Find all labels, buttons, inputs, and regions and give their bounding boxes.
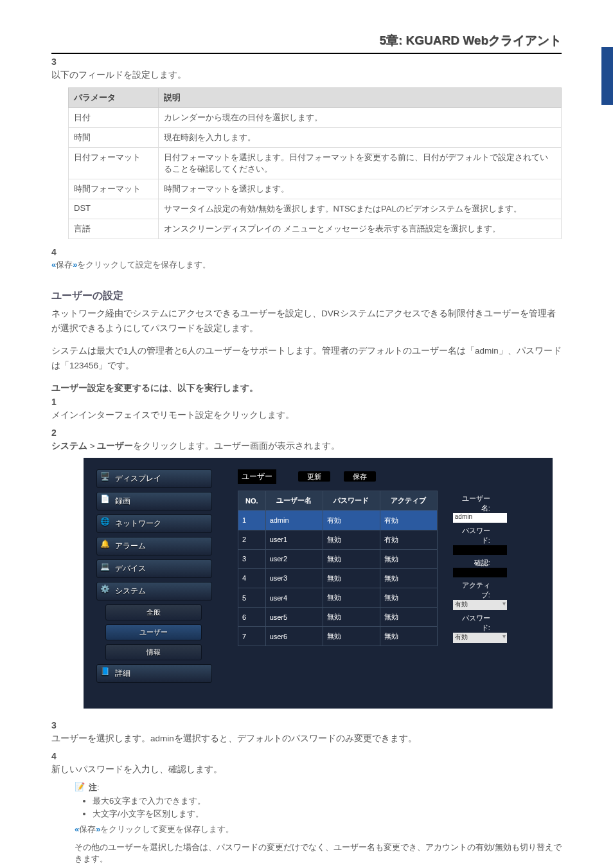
th-user: ユーザー名 — [265, 491, 323, 511]
table-row: DSTサマータイム設定の有効/無効を選択します。NTSCまたはPALのビデオシス… — [69, 199, 562, 219]
password-field[interactable] — [453, 545, 507, 555]
th-param: パラメータ — [69, 87, 159, 107]
label-password2: パスワード: — [453, 613, 490, 633]
table-row[interactable]: 5user4無効無効 — [238, 588, 438, 607]
user-screen: 🖥️ディスプレイ 📄録画 🌐ネットワーク 🔔アラーム 💻デバイス ⚙️システム … — [84, 458, 553, 709]
header-rule — [51, 53, 562, 54]
menu-device[interactable]: 💻デバイス — [96, 559, 212, 578]
step-text: メインインターフェイスでリモート設定をクリックします。 — [51, 408, 545, 422]
dev-icon: 💻 — [100, 562, 112, 574]
menu-network[interactable]: 🌐ネットワーク — [96, 514, 212, 533]
step-number: 2 — [51, 428, 66, 438]
save-button[interactable]: 保存 — [344, 471, 376, 482]
menu-display[interactable]: 🖥️ディスプレイ — [96, 469, 212, 488]
display-icon: 🖥️ — [100, 472, 112, 484]
label-active: アクティブ: — [453, 581, 490, 600]
step-text: システム > ユーザーをクリックします。ユーザー画面が表示されます。 — [51, 439, 545, 453]
label-confirm: 確認: — [453, 558, 490, 568]
label-username: ユーザー名: — [453, 494, 490, 513]
alarm-icon: 🔔 — [100, 539, 112, 551]
note-item: 最大6文字まで入力できます。 — [93, 795, 562, 807]
table-row[interactable]: 1admin有効有効 — [238, 511, 438, 530]
step-number: 3 — [51, 720, 66, 730]
menu-system[interactable]: ⚙️システム — [96, 582, 212, 601]
step-number: 1 — [51, 397, 66, 407]
panel-title: ユーザー — [238, 469, 276, 484]
note-icon: 📝 — [75, 782, 89, 793]
active-select[interactable]: 有効 — [453, 600, 507, 610]
detail-icon: 📘 — [100, 667, 112, 678]
net-icon: 🌐 — [100, 517, 112, 529]
table-row[interactable]: 3user2無効無効 — [238, 549, 438, 568]
section-body: ネットワーク経由でシステムにアクセスできるユーザーを設定し、DVRシステムにアク… — [51, 307, 562, 336]
note-block: 📝注: 最大6文字まで入力できます。 大文字/小文字を区別します。 «保存»をク… — [75, 782, 562, 865]
submenu-user[interactable]: ユーザー — [105, 624, 202, 640]
step-text: ユーザーを選択します。adminを選択すると、デフォルトのパスワードのみ変更でき… — [51, 732, 545, 746]
side-menu: 🖥️ディスプレイ 📄録画 🌐ネットワーク 🔔アラーム 💻デバイス ⚙️システム … — [96, 469, 212, 683]
table-row: 時間現在時刻を入力します。 — [69, 127, 562, 147]
table-row[interactable]: 4user3無効無効 — [238, 568, 438, 588]
menu-detail[interactable]: 📘詳細 — [96, 664, 212, 683]
th-desc: 説明 — [159, 87, 562, 107]
th-pass: パスワード — [323, 491, 380, 511]
th-active: アクティブ — [380, 491, 437, 511]
step-number: 3 — [51, 57, 66, 67]
tail-text: その他のユーザーを選択した場合は、パスワードの変更だけでなく、ユーザー名も変更で… — [75, 842, 562, 865]
section-title-user: ユーザーの設定 — [51, 289, 562, 303]
section-body: システムは最大で1人の管理者と6人のユーザーをサポートします。管理者のデフォルト… — [51, 344, 562, 374]
table-row: 時間フォーマット時間フォーマットを選択します。 — [69, 179, 562, 199]
note-label: 注 — [89, 782, 97, 792]
menu-alarm[interactable]: 🔔アラーム — [96, 537, 212, 556]
table-row[interactable]: 6user5無効無効 — [238, 608, 438, 627]
step-number: 4 — [51, 751, 66, 761]
step-number: 4 — [51, 247, 66, 257]
refresh-button[interactable]: 更新 — [298, 471, 330, 482]
table-row[interactable]: 2user1無効有効 — [238, 530, 438, 549]
table-row: 言語オンスクリーンディスプレイの メニューとメッセージを表示する言語設定を選択し… — [69, 219, 562, 239]
save-line: «保存»をクリックして変更を保存します。 — [75, 824, 562, 835]
sub-header: ユーザー設定を変更するには、以下を実行します。 — [51, 383, 562, 394]
rec-icon: 📄 — [100, 494, 112, 506]
step-text: 以下のフィールドを設定します。 — [51, 68, 545, 82]
submenu-general[interactable]: 全般 — [105, 604, 202, 620]
th-no: NO. — [238, 491, 266, 511]
label-password: パスワード: — [453, 526, 490, 545]
step-text: 新しいパスワードを入力し、確認します。 — [51, 763, 545, 777]
password-enable-select[interactable]: 有効 — [453, 633, 507, 643]
note-item: 大文字/小文字を区別します。 — [93, 808, 562, 820]
sys-icon: ⚙️ — [100, 584, 112, 596]
submenu-info[interactable]: 情報 — [105, 644, 202, 660]
table-row[interactable]: 7user6無効無効 — [238, 627, 438, 646]
menu-record[interactable]: 📄録画 — [96, 492, 212, 511]
table-row: 日付フォーマット日付フォーマットを選択します。日付フォーマットを変更する前に、日… — [69, 147, 562, 179]
username-field[interactable]: admin — [453, 513, 507, 523]
confirm-field[interactable] — [453, 568, 507, 577]
table-row: 日付カレンダーから現在の日付を選択します。 — [69, 107, 562, 127]
user-table: NO. ユーザー名 パスワード アクティブ 1admin有効有効 2user1無… — [238, 491, 438, 646]
user-form: ユーザー名:admin パスワード: 確認: アクティブ:有効 パスワード:有効 — [453, 491, 540, 646]
params-table: パラメータ 説明 日付カレンダーから現在の日付を選択します。 時間現在時刻を入力… — [68, 87, 562, 239]
side-tab — [601, 47, 613, 105]
chapter-title: 5章: KGUARD Webクライアント — [51, 32, 562, 49]
step-text: «保存»をクリックして設定を保存します。 — [51, 258, 545, 272]
